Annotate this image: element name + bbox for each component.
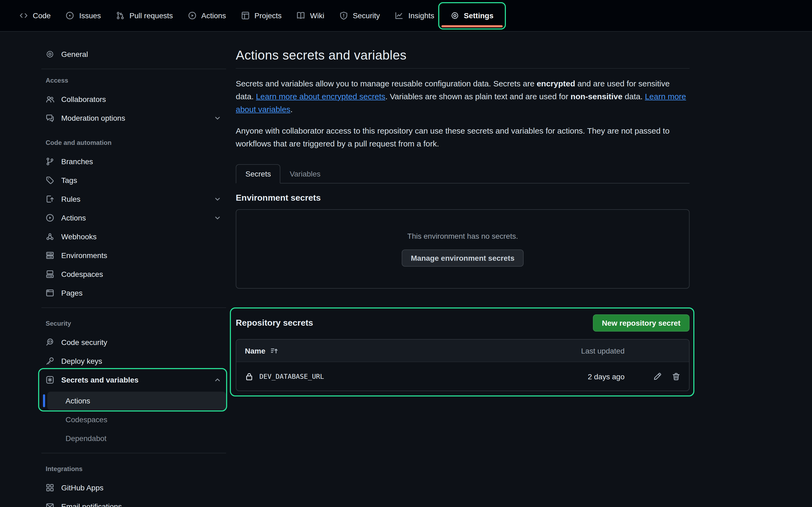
page-title: Actions secrets and variables xyxy=(236,48,690,63)
sidebar-item-actions[interactable]: Actions xyxy=(41,208,226,227)
tab-code-label: Code xyxy=(33,11,51,20)
sidebar-section-access: Access xyxy=(41,77,226,84)
sidebar-item-collaborators[interactable]: Collaborators xyxy=(41,90,226,108)
intro-bold-encrypted: encrypted xyxy=(537,79,575,88)
codespaces-icon xyxy=(46,270,54,278)
repository-secrets-table: Name Last updated DEV_DATABASE_URL 2 day… xyxy=(236,339,690,391)
sidebar-item-deploy-keys[interactable]: Deploy keys xyxy=(41,351,226,370)
sub-row-actions: Actions xyxy=(41,392,226,410)
sidebar-item-general[interactable]: General xyxy=(41,45,226,63)
intro-text: Secrets and variables allow you to manag… xyxy=(236,79,537,88)
manage-environment-secrets-button[interactable]: Manage environment secrets xyxy=(402,249,524,266)
settings-tab-wrap: Settings xyxy=(443,0,501,31)
sidebar-subitem-label: Actions xyxy=(65,396,90,405)
sidebar-item-tags[interactable]: Tags xyxy=(41,171,226,189)
sidebar-divider xyxy=(41,453,226,453)
server-icon xyxy=(46,251,54,260)
sidebar-item-label: Email notifications xyxy=(61,502,122,507)
intro-text: . Variables are shown as plain text and … xyxy=(385,92,571,101)
tab-security[interactable]: Security xyxy=(333,0,387,31)
sidebar-item-label: Code security xyxy=(61,338,107,346)
tab-issues-label: Issues xyxy=(79,11,101,20)
codescan-icon xyxy=(46,338,54,346)
book-icon xyxy=(297,11,305,20)
chevron-up-icon xyxy=(213,375,222,384)
people-icon xyxy=(46,95,54,103)
sidebar-subitem-dependabot[interactable]: Dependabot xyxy=(41,429,226,447)
gear-icon xyxy=(450,11,459,20)
new-repository-secret-button[interactable]: New repository secret xyxy=(593,315,690,332)
sidebar-item-branches[interactable]: Branches xyxy=(41,152,226,171)
settings-layout: General Access Collaborators Moderation … xyxy=(0,32,812,507)
tab-issues[interactable]: Issues xyxy=(59,0,107,31)
table-header-row: Name Last updated xyxy=(236,340,689,361)
git-pull-request-icon xyxy=(116,11,124,20)
active-item-indicator xyxy=(43,394,45,407)
secret-row-actions xyxy=(624,372,680,381)
intro-bold-non-sensitive: non-sensitive xyxy=(571,92,622,101)
sidebar-divider xyxy=(41,69,226,69)
sidebar-item-label: Branches xyxy=(61,157,93,166)
tab-insights-label: Insights xyxy=(408,11,435,20)
intro-text: . xyxy=(290,105,292,114)
sidebar-item-label: Codespaces xyxy=(61,270,103,278)
tag-icon xyxy=(46,176,54,184)
column-header-name[interactable]: Name xyxy=(245,346,560,355)
sidebar-item-moderation-options[interactable]: Moderation options xyxy=(41,108,226,127)
repository-secrets-section: Repository secrets New repository secret… xyxy=(236,315,690,391)
sidebar-item-label: GitHub Apps xyxy=(61,483,103,492)
repo-nav: Code Issues Pull requests Actions Projec… xyxy=(0,0,812,32)
shield-icon xyxy=(340,11,348,20)
pencil-icon[interactable] xyxy=(653,372,662,381)
secrets-variables-tabnav: Secrets Variables xyxy=(236,164,690,183)
intro-paragraph-1: Secrets and variables allow you to manag… xyxy=(236,77,690,116)
active-tab-underline xyxy=(441,25,502,27)
trash-icon[interactable] xyxy=(672,372,680,381)
tab-variables[interactable]: Variables xyxy=(281,165,330,183)
sidebar-section-code-automation: Code and automation xyxy=(41,139,226,147)
sidebar-item-environments[interactable]: Environments xyxy=(41,246,226,265)
browser-icon xyxy=(46,288,54,297)
tab-wiki[interactable]: Wiki xyxy=(290,0,331,31)
key-asterisk-icon xyxy=(46,375,54,384)
sidebar-item-label: Pages xyxy=(61,288,83,297)
sidebar-subitem-actions[interactable]: Actions xyxy=(47,392,226,410)
settings-sidebar: General Access Collaborators Moderation … xyxy=(41,32,226,507)
chevron-down-icon xyxy=(213,194,222,203)
tab-secrets[interactable]: Secrets xyxy=(236,164,281,183)
code-icon xyxy=(19,11,28,20)
play-icon xyxy=(46,213,54,222)
sidebar-item-webhooks[interactable]: Webhooks xyxy=(41,227,226,246)
tab-code[interactable]: Code xyxy=(13,0,57,31)
sidebar-item-code-security[interactable]: Code security xyxy=(41,333,226,351)
secret-last-updated: 2 days ago xyxy=(560,372,624,381)
repository-secrets-header: Repository secrets New repository secret xyxy=(236,315,690,332)
graph-icon xyxy=(395,11,404,20)
tab-projects[interactable]: Projects xyxy=(235,0,288,31)
intro-text: data. xyxy=(622,92,645,101)
lock-icon xyxy=(245,372,253,381)
github-settings-page: Code Issues Pull requests Actions Projec… xyxy=(0,0,812,507)
tab-settings-label: Settings xyxy=(464,11,493,20)
tab-projects-label: Projects xyxy=(255,11,282,20)
tab-actions[interactable]: Actions xyxy=(182,0,233,31)
sidebar-item-rules[interactable]: Rules xyxy=(41,189,226,208)
sidebar-item-github-apps[interactable]: GitHub Apps xyxy=(41,478,226,497)
rules-icon xyxy=(46,194,54,203)
sidebar-subitem-codespaces[interactable]: Codespaces xyxy=(41,410,226,429)
column-header-last-updated: Last updated xyxy=(560,346,624,355)
sidebar-subitem-label: Dependabot xyxy=(65,434,107,443)
issue-opened-icon xyxy=(66,11,74,20)
link-encrypted-secrets[interactable]: Learn more about encrypted secrets xyxy=(256,92,385,101)
sidebar-item-secrets-and-variables[interactable]: Secrets and variables xyxy=(41,370,226,389)
sidebar-item-pages[interactable]: Pages xyxy=(41,283,226,302)
gear-icon xyxy=(46,50,54,58)
environment-secrets-empty-message: This environment has no secrets. xyxy=(407,231,518,240)
tab-insights[interactable]: Insights xyxy=(389,0,441,31)
sidebar-item-email-notifications[interactable]: Email notifications xyxy=(41,497,226,507)
tab-pull-requests[interactable]: Pull requests xyxy=(110,0,180,31)
chevron-down-icon xyxy=(213,213,222,222)
sidebar-item-label: Deploy keys xyxy=(61,356,102,365)
sidebar-item-codespaces[interactable]: Codespaces xyxy=(41,265,226,283)
tab-actions-label: Actions xyxy=(201,11,226,20)
